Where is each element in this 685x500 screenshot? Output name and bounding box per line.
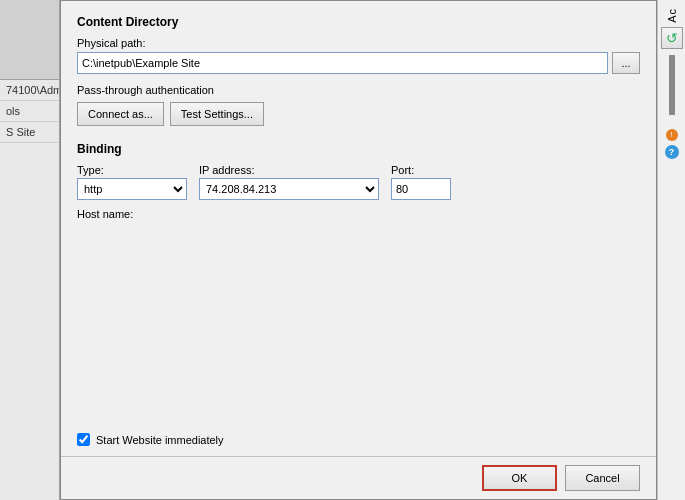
start-website-row: Start Website immediately [61,423,656,456]
sidebar-item-3[interactable]: S Site [0,122,59,143]
content-directory-title: Content Directory [77,15,640,29]
sidebar-item-1[interactable]: 74100\Adm [0,80,59,101]
physical-path-label: Physical path: [77,37,640,49]
right-panel: Ac ↺ ! ? [657,0,685,500]
hostname-row: Host name: [77,208,640,222]
passthrough-label: Pass-through authentication [77,84,640,96]
sidebar-item-2[interactable]: ols [0,101,59,122]
warning-circle: ! [666,129,678,141]
dialog-footer: OK Cancel [61,456,656,499]
port-field: Port: [391,164,451,200]
dialog: Content Directory Physical path: ... Pas… [60,0,657,500]
ip-field: IP address: 74.208.84.213 All Unassigned [199,164,379,200]
refresh-button[interactable]: ↺ [661,27,683,49]
vertical-bar [669,55,675,115]
path-row: ... [77,52,640,74]
cancel-button[interactable]: Cancel [565,465,640,491]
browse-button[interactable]: ... [612,52,640,74]
type-label: Type: [77,164,187,176]
port-label: Port: [391,164,451,176]
binding-title: Binding [77,142,640,156]
ip-label: IP address: [199,164,379,176]
sidebar-top [0,0,59,80]
binding-section: Binding Type: http https ftp IP address: [77,142,640,222]
connect-as-button[interactable]: Connect as... [77,102,164,126]
main-area: Content Directory Physical path: ... Pas… [60,0,657,500]
sidebar: 74100\Adm ols S Site [0,0,60,500]
start-website-checkbox[interactable] [77,433,90,446]
port-input[interactable] [391,178,451,200]
info-icon[interactable]: ! [666,129,678,141]
ip-select[interactable]: 74.208.84.213 All Unassigned [199,178,379,200]
info-circle-btn[interactable]: ? [665,145,679,159]
hostname-label: Host name: [77,208,640,220]
type-select[interactable]: http https ftp [77,178,187,200]
ok-button[interactable]: OK [482,465,557,491]
start-website-label[interactable]: Start Website immediately [96,434,224,446]
type-field: Type: http https ftp [77,164,187,200]
auth-buttons: Connect as... Test Settings... [77,102,640,126]
info-icon-circle: ? [665,145,679,159]
test-settings-button[interactable]: Test Settings... [170,102,264,126]
physical-path-input[interactable] [77,52,608,74]
binding-row: Type: http https ftp IP address: 74.208.… [77,164,640,200]
dialog-content: Content Directory Physical path: ... Pas… [61,1,656,222]
panel-label: Ac [666,8,678,23]
